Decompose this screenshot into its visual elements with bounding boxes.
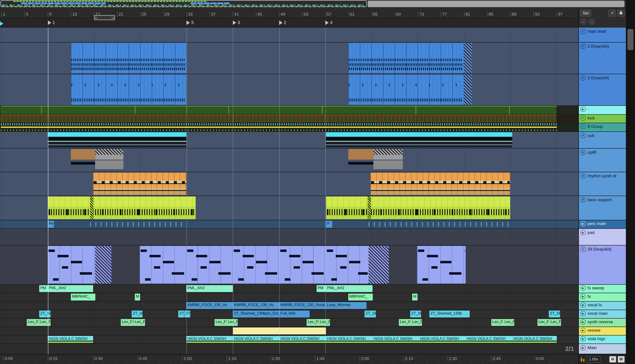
track-header-main-lead[interactable]: ≡main lead <box>579 28 626 42</box>
purplelong-clip[interactable] <box>140 246 368 284</box>
track-lane-main-lead[interactable] <box>0 28 578 42</box>
loop-start-icon[interactable]: ▷ <box>95 16 98 19</box>
track-header-fx[interactable]: ▶fx <box>579 293 626 302</box>
purple-clip[interactable] <box>48 246 95 284</box>
track-lane-fx-sweep[interactable]: PMPML_AH2PML_AH2PMPML_AH2 <box>0 285 578 293</box>
track-header-3-diva-x64[interactable]: ▼3 Diva(x64) <box>579 74 626 106</box>
track-header-bass-support[interactable]: ▼bass support <box>579 196 626 220</box>
bass-clip[interactable] <box>48 196 196 219</box>
track-header-dash[interactable]: ▶- <box>579 106 626 115</box>
uplift-clip[interactable] <box>71 149 124 171</box>
chip-clip[interactable]: KMRBI_FGCE_130_Vo <box>233 302 280 309</box>
hamburger-icon[interactable]: ≡ <box>580 124 586 129</box>
hamburger-icon[interactable]: ≡ <box>580 116 586 121</box>
chip-clip[interactable]: Lev_FX_ <box>399 319 411 326</box>
track-header-vocal-fx[interactable]: ▶vocal fx <box>579 302 626 310</box>
chip-clip[interactable]: Lev_F <box>411 319 422 326</box>
viola-clip[interactable]: HIGN VIOLA C SWISH <box>48 336 93 343</box>
track-header-29-diva-x64[interactable]: ▼29 Diva(x64) <box>579 246 626 285</box>
vertical-scrollbar[interactable] <box>626 0 635 364</box>
locator-1[interactable]: 1 <box>48 20 55 25</box>
diva3-clip[interactable] <box>348 75 464 105</box>
viola-clip[interactable]: HIGN VIOLA C SWISH <box>512 336 557 343</box>
locator-5[interactable]: 5 <box>186 20 194 25</box>
hatchpurple-clip[interactable] <box>368 246 389 284</box>
diva2-clip[interactable] <box>348 43 464 73</box>
group8-clip[interactable] <box>1 123 557 131</box>
viola-clip[interactable]: HIGN VIOLA C SWISH <box>419 336 466 343</box>
track-lane-rhythm-synth-dr[interactable] <box>0 172 578 196</box>
play-icon[interactable]: ▶ <box>580 221 586 226</box>
track-header-rhythm-synth-dr[interactable]: ▼rhythm synth dr <box>579 172 626 196</box>
chip-clip[interactable]: PM <box>316 285 326 292</box>
track-header-vocal-main[interactable]: ▶vocal main <box>579 310 626 318</box>
play-icon[interactable]: ▶ <box>580 336 586 342</box>
diva2-clip[interactable] <box>71 43 186 73</box>
chevron-icon[interactable]: ▼ <box>580 197 586 202</box>
play-icon[interactable]: ▶ <box>580 311 586 316</box>
hatchblue-clip[interactable] <box>464 43 472 73</box>
draw-mode-button[interactable]: ↗ <box>608 10 616 16</box>
track-lane-29-diva-x64[interactable] <box>0 246 578 285</box>
bar-ruler[interactable]: 1591317212529333741454953576165697377818… <box>0 8 578 18</box>
track-lane-perc-main[interactable]: PeP <box>0 220 578 229</box>
chip-clip[interactable]: ZT_Sh <box>39 310 50 318</box>
chip-clip[interactable]: ZT_ <box>178 310 184 318</box>
chip-clip[interactable]: MBPAHC_ <box>71 294 95 300</box>
viola-clip[interactable]: HIGN VIOLA C SWISH <box>233 336 280 343</box>
track-lane-fx[interactable]: MBPAHC_MMBPAHC_M <box>0 293 578 302</box>
track-lane-uplift[interactable] <box>0 148 578 172</box>
chip-clip[interactable]: Lev_FX_ <box>491 319 503 326</box>
chip-clip[interactable]: Lev_FX_ <box>214 319 227 326</box>
song-start-marker[interactable] <box>0 22 3 26</box>
track-header-kick[interactable]: ≡kick <box>579 115 626 123</box>
track-lane-kick[interactable] <box>0 115 578 123</box>
chip-clip[interactable]: ZT_Shamed_130bpm_Em_Full_Wet <box>233 310 310 318</box>
chevron-icon[interactable]: ▼ <box>580 75 586 81</box>
track-lane-8-group[interactable] <box>0 123 578 132</box>
viola-clip[interactable]: HIGN VIOLA C SWISH <box>186 336 233 343</box>
uplift-clip[interactable] <box>348 149 403 171</box>
track-header-uplift[interactable]: ▼uplift <box>579 148 626 172</box>
chip-clip[interactable]: M <box>135 294 140 300</box>
chip-clip[interactable]: ZT_Sh <box>549 310 560 318</box>
track-lane-sub[interactable] <box>0 132 578 148</box>
purple-clip[interactable] <box>417 246 466 284</box>
track-lane-vocal-main[interactable]: ZT_ShZT_ShZT_ZTZT_Shamed_130bpm_Em_Full_… <box>0 310 578 318</box>
chip-clip[interactable]: Lev_FX_ <box>27 319 39 326</box>
chip-clip[interactable]: Lev_FX_ <box>538 319 550 326</box>
track-lane-3-diva-x64[interactable] <box>0 74 578 106</box>
play-icon[interactable]: ▶ <box>580 106 586 112</box>
viola-clip[interactable]: HIGN VIOLA C SWISH <box>326 336 372 343</box>
chip-clip[interactable]: ZT_Sh <box>410 310 421 318</box>
chip-clip[interactable]: ZT_Shamed_130b <box>429 310 470 318</box>
chip-clip[interactable]: Lev_F <box>319 319 330 326</box>
zoom-height-button[interactable]: H <box>610 356 616 362</box>
locator-row[interactable]: ▷ ◁ 15324 <box>0 18 578 28</box>
track-lane-main[interactable] <box>0 344 578 354</box>
back-button[interactable]: ← <box>580 19 586 24</box>
track-lane-pad[interactable] <box>0 229 578 246</box>
chip-clip[interactable]: PML_AH2 <box>186 285 233 292</box>
chip-clip[interactable]: PM <box>39 285 48 292</box>
time-ruler[interactable]: 0:000:150:300:451:001:151:301:452:002:15… <box>0 354 578 364</box>
track-lane-reesee[interactable] <box>0 327 578 336</box>
chevron-icon[interactable]: ▼ <box>580 133 586 138</box>
chip-clip[interactable]: ZT <box>184 310 190 318</box>
chip-clip[interactable]: M <box>412 294 418 300</box>
track-header-2-diva-x64[interactable]: ▼2 Diva(x64) <box>579 42 626 74</box>
scrollbar-thumb[interactable] <box>628 29 634 50</box>
chevron-icon[interactable]: ▼ <box>580 246 586 252</box>
hamburger-icon[interactable]: ≡ <box>580 29 586 34</box>
chip-clip[interactable]: MBPAHC_ <box>348 294 373 300</box>
loop-brace[interactable]: ▷ ◁ <box>94 15 115 20</box>
chevron-icon[interactable]: ▼ <box>580 150 586 155</box>
track-lane-vocal-fx[interactable]: KMRBI_FGCE_130_VoKMRBI_FGCE_130_VoKMRBI_… <box>0 302 578 310</box>
sub-clip[interactable] <box>326 132 512 148</box>
play-icon[interactable]: ▶ <box>580 328 586 333</box>
chip-clip[interactable]: P <box>326 221 332 228</box>
track-header-pad[interactable]: ▶pad <box>579 229 626 246</box>
zoom-width-button[interactable]: W <box>618 356 624 362</box>
hatchbass-clip[interactable] <box>90 196 93 219</box>
track-header-8-group[interactable]: ≡8 Group <box>579 123 626 132</box>
